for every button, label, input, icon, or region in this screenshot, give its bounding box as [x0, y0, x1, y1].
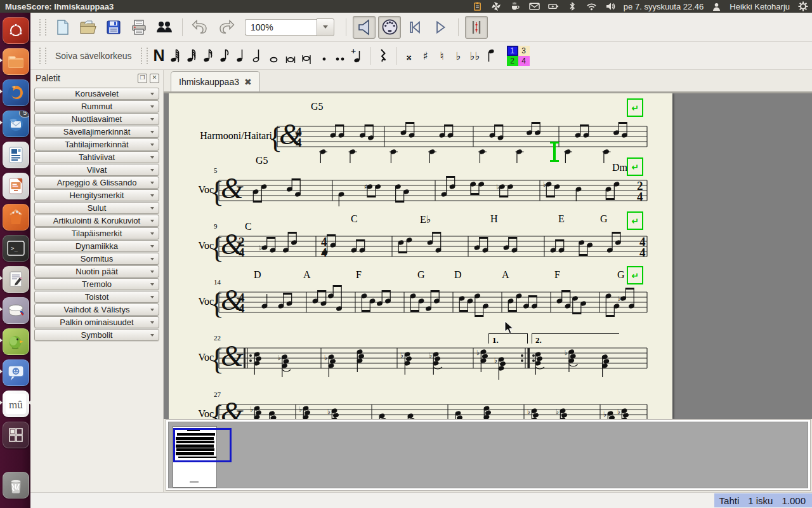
launcher-item-ubuntu-dash[interactable] — [2, 17, 29, 44]
save-button[interactable] — [102, 16, 125, 39]
chord-symbol[interactable]: Dm — [612, 162, 627, 173]
staff-spacer[interactable] — [550, 142, 559, 162]
system-2[interactable]: {&24♯♭♭ — [169, 159, 672, 222]
note-half-button[interactable] — [251, 46, 266, 66]
launcher-item-terminal[interactable]: >_ — [2, 234, 29, 262]
palette-item-palkin-ominaisuudet[interactable]: Palkin ominaisuudet — [34, 316, 159, 328]
chord-symbol[interactable]: G5 — [256, 155, 268, 166]
launcher-item-files[interactable] — [2, 48, 29, 76]
launcher-item-empathy[interactable] — [2, 359, 29, 387]
connect-button[interactable] — [153, 16, 176, 39]
palette-item-symbolit[interactable]: Symbolit — [34, 329, 159, 341]
line-break-icon[interactable]: ↵ — [627, 157, 643, 176]
staff-label[interactable]: Voc — [169, 296, 214, 307]
palette-item-nuotin-p-t[interactable]: Nuotin päät — [34, 265, 159, 277]
palette-item-vaihdot-v-listys[interactable]: Vaihdot & Välistys — [34, 304, 159, 316]
user-menu[interactable]: Heikki Ketoharju — [730, 2, 790, 11]
line-break-icon[interactable]: ↵ — [627, 98, 643, 117]
chord-symbol[interactable]: G — [600, 213, 608, 225]
gear-icon[interactable] — [797, 1, 808, 12]
double-dot-button[interactable] — [333, 46, 348, 66]
voice-2-button[interactable]: 2 — [507, 56, 518, 66]
system-6[interactable]: {&♭♭♭♭♭♭♭ — [169, 383, 672, 419]
volta-bracket[interactable]: 2. — [532, 333, 619, 344]
palette-item-tremolo[interactable]: Tremolo — [34, 278, 159, 290]
launcher-item-libreoffice-writer[interactable] — [2, 141, 29, 169]
palette-float-icon[interactable]: ❐ — [138, 74, 147, 83]
navigator-viewport-rect[interactable] — [173, 428, 232, 462]
chord-symbol[interactable]: H — [490, 213, 498, 225]
play-repeats-toggle[interactable] — [465, 16, 488, 39]
wifi-icon[interactable] — [586, 1, 597, 12]
flip-stem-button[interactable] — [484, 46, 499, 66]
rewind-button[interactable] — [403, 16, 426, 39]
voice-4-button[interactable]: 4 — [518, 56, 530, 66]
voice-3-button[interactable]: 3 — [518, 46, 530, 56]
play-button[interactable] — [429, 16, 452, 39]
palette-item-sormitus[interactable]: Sormitus — [34, 253, 159, 265]
chord-symbol[interactable]: A — [303, 269, 311, 281]
bluetooth-icon[interactable] — [567, 1, 578, 12]
palette-item-tilap-ismerkit[interactable]: Tilapäismerkit — [34, 227, 159, 239]
dot-button[interactable] — [317, 46, 332, 66]
score-canvas[interactable]: {&44Harmooni/HaitariG5↵{&24♯♭♭Voc5G5Dm↵{… — [164, 93, 812, 419]
redo-button[interactable] — [214, 16, 237, 39]
concert-pitch-button[interactable]: Soiva sävelkorkeus — [50, 48, 137, 64]
note-longa-button[interactable] — [300, 46, 315, 66]
note-whole-button[interactable] — [267, 46, 282, 66]
new-button[interactable] — [51, 16, 74, 39]
note-breve-button[interactable] — [284, 46, 299, 66]
launcher-item-firefox[interactable] — [2, 79, 29, 107]
zoom-dropdown-arrow[interactable] — [317, 18, 334, 36]
note-quarter-button[interactable] — [234, 46, 249, 66]
note-32-button[interactable] — [185, 46, 200, 66]
rest-button[interactable] — [376, 46, 391, 66]
palette-close-icon[interactable]: ✕ — [150, 74, 159, 83]
staff-label[interactable]: Voc — [169, 184, 214, 196]
note-64-button[interactable] — [168, 46, 183, 66]
pinwheel-icon[interactable] — [491, 1, 502, 12]
sound-toggle[interactable] — [353, 16, 376, 39]
palette-item-hengitysmerkit[interactable]: Hengitysmerkit — [34, 189, 159, 201]
palette-item-tahtilajimerkinn-t[interactable]: Tahtilajimerkinnät — [34, 138, 159, 150]
line-break-icon[interactable]: ↵ — [627, 211, 643, 230]
staff-label[interactable]: Voc — [169, 240, 214, 251]
palette-item-arpeggio-glissando[interactable]: Arpeggio & Glissando — [34, 177, 159, 189]
undo-button[interactable] — [189, 16, 212, 39]
sharp-button[interactable]: ♯ — [418, 46, 433, 66]
launcher-item-workspace-switcher[interactable] — [2, 421, 29, 449]
chord-symbol[interactable]: C — [245, 221, 252, 232]
palette-item-tahtiviivat[interactable]: Tahtiviivat — [34, 151, 159, 163]
chord-symbol[interactable]: G — [417, 269, 425, 281]
midi-input-toggle[interactable] — [378, 16, 401, 39]
clock-menu[interactable]: pe 7. syyskuuta 22.46 — [624, 2, 704, 11]
print-button[interactable] — [128, 16, 150, 39]
tie-button[interactable]: + — [350, 46, 365, 66]
double-flat-button[interactable]: ♭♭ — [468, 46, 483, 66]
palette-item-nuottiavaimet[interactable]: Nuottiavaimet — [34, 113, 159, 125]
staff-label[interactable]: Harmooni/Haitari — [169, 130, 272, 142]
clipboard-icon[interactable] — [472, 1, 483, 12]
chord-symbol[interactable]: G5 — [311, 101, 324, 112]
voice-1-button[interactable]: 1 — [507, 46, 518, 56]
palette-item-viivat[interactable]: Viivat — [34, 164, 159, 176]
chord-symbol[interactable]: D — [254, 269, 261, 281]
launcher-item-trash[interactable] — [2, 471, 29, 499]
chord-symbol[interactable]: C — [351, 213, 358, 225]
line-break-icon[interactable]: ↵ — [627, 266, 643, 284]
staff-label[interactable]: Voc — [169, 352, 214, 363]
score-page[interactable]: {&44Harmooni/HaitariG5↵{&24♯♭♭Voc5G5Dm↵{… — [169, 93, 672, 419]
launcher-item-text-editor[interactable] — [2, 265, 29, 293]
volume-icon[interactable] — [605, 1, 616, 12]
palette-item-artikulointi-korukuviot[interactable]: Artikulointi & Korukuviot — [34, 215, 159, 227]
open-button[interactable] — [77, 16, 100, 39]
palette-item-dynamiikka[interactable]: Dynamiikka — [34, 240, 159, 252]
launcher-item-thunderbird[interactable]: 5 — [2, 110, 29, 138]
tab-ihmiskauppaa3[interactable]: Ihmiskauppaa3 ✖ — [171, 71, 260, 91]
palette-item-toistot[interactable]: Toistot — [34, 291, 159, 303]
chord-symbol[interactable]: F — [554, 269, 560, 281]
staff-label[interactable]: Voc — [169, 408, 214, 419]
launcher-item-hydrogen[interactable] — [2, 297, 29, 324]
natural-button[interactable]: ♮ — [435, 46, 450, 66]
launcher-item-software-center[interactable] — [2, 203, 29, 231]
